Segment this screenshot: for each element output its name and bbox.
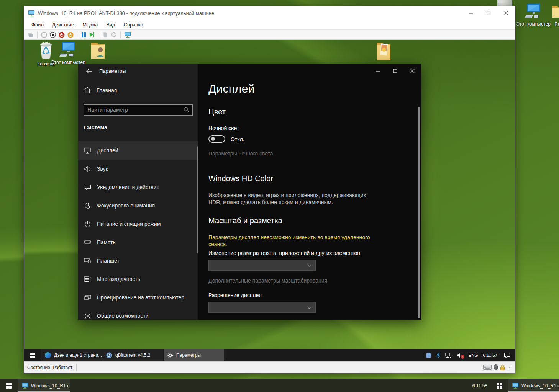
host-clock[interactable]: 6:11:58 — [472, 379, 487, 392]
search-input[interactable] — [87, 107, 184, 113]
action-center-icon[interactable] — [504, 353, 510, 358]
checkpoint-button-icon[interactable] — [102, 32, 108, 38]
bluetooth-icon[interactable] — [436, 353, 440, 358]
toolbar-separator — [98, 31, 98, 38]
guest-clock[interactable]: 6:11:57 — [483, 353, 497, 358]
guest-start-button[interactable] — [24, 349, 41, 361]
night-light-settings-link[interactable]: Параметры ночного света — [208, 150, 273, 157]
host-start-button[interactable] — [0, 379, 18, 392]
task-label: qBittorrent v4.5.2 — [115, 353, 150, 358]
maximize-icon — [393, 69, 397, 73]
language-indicator[interactable]: ENG — [469, 353, 478, 358]
night-light-toggle[interactable] — [208, 135, 225, 143]
qbittorrent-tray-icon[interactable] — [426, 353, 431, 358]
toolbar-separator — [120, 31, 121, 38]
sidebar-item-display[interactable]: Дисплей — [78, 141, 198, 160]
start-vm-button-icon[interactable] — [41, 32, 47, 38]
task-underline — [102, 361, 163, 361]
multitasking-icon — [84, 276, 91, 282]
windows-logo-icon — [497, 383, 502, 389]
taskbar-task-settings[interactable]: Параметры — [164, 349, 224, 361]
volume-muted-icon[interactable]: ✕ — [457, 353, 462, 358]
guest-user-folder-icon[interactable] — [81, 41, 115, 60]
vm-close-button[interactable] — [497, 8, 515, 18]
shared-experiences-icon — [84, 313, 91, 319]
taskbar-task-qbittorrent[interactable]: qBittorrent v4.5.2 — [102, 349, 163, 361]
sidebar-item-power-sleep[interactable]: Питание и спящий режим — [78, 215, 198, 233]
settings-maximize-button[interactable] — [387, 64, 404, 78]
sidebar-item-label: Общие возможности — [97, 313, 149, 319]
resize-grip[interactable] — [507, 365, 512, 370]
remote-session-warning-line2: сеанса. — [208, 241, 227, 248]
menu-file[interactable]: Файл — [27, 21, 48, 29]
sidebar-item-shared-experiences[interactable]: Общие возможности — [78, 307, 198, 320]
sidebar-scrollbar[interactable] — [197, 146, 198, 253]
sidebar-item-tablet[interactable]: Планшет — [78, 252, 198, 270]
pause-vm-button-icon[interactable] — [81, 32, 86, 38]
main-scrollbar[interactable] — [418, 107, 420, 318]
storage-icon — [84, 240, 91, 244]
sidebar-item-storage[interactable]: Память — [78, 233, 198, 252]
sidebar-item-home[interactable]: Главная — [84, 87, 117, 93]
sidebar-item-projecting[interactable]: Проецирование на этот компьютер — [78, 288, 198, 307]
host-start-button-2[interactable] — [490, 379, 508, 392]
sidebar-section-heading: Система — [84, 124, 107, 131]
vm-minimize-button[interactable] — [462, 8, 480, 18]
tablet-icon — [84, 258, 91, 264]
menu-media[interactable]: Медиа — [78, 21, 102, 29]
vm-statusbar: Состояние: Работает — [24, 361, 515, 373]
hyperv-monitor-icon — [21, 382, 28, 389]
vm-titlebar[interactable]: Windows_10_R1 на PROLIANT-DL380 - подклю… — [24, 6, 515, 20]
back-button[interactable] — [82, 67, 95, 75]
task-label: Параметры — [176, 353, 201, 358]
menu-help[interactable]: Справка — [120, 21, 148, 29]
task-label: Windows_10_R1 на P... — [521, 383, 559, 389]
menu-view[interactable]: Вид — [102, 21, 120, 29]
hyperv-monitor-icon — [512, 382, 519, 389]
sidebar-item-label: Планшет — [97, 258, 120, 264]
host-task-vm-connection-2[interactable]: Windows_10_R1 на P... — [508, 379, 559, 392]
task-label: Дзен и еще 1 страни... — [54, 353, 102, 358]
ctrl-alt-del-button-icon[interactable] — [27, 32, 34, 38]
guest-taskbar: Дзен и еще 1 страни... qBittorrent v4.5.… — [24, 349, 515, 361]
sidebar-item-focus-assist[interactable]: Фокусировка внимания — [78, 196, 198, 215]
chevron-down-icon — [307, 306, 311, 309]
mouse-icon — [494, 364, 498, 370]
guest-this-pc-icon[interactable]: Этот компьютер — [51, 41, 85, 65]
advanced-scaling-link[interactable]: Дополнительные параметры масштабирования — [208, 278, 327, 284]
edge-icon — [45, 352, 51, 358]
hyperv-monitor-icon — [28, 10, 35, 16]
host-user-folder-icon[interactable]: Rom — [543, 3, 559, 27]
shutdown-vm-button-icon[interactable] — [59, 32, 65, 38]
save-vm-button-icon[interactable] — [67, 32, 74, 38]
resolution-dropdown[interactable] — [208, 302, 316, 313]
vm-maximize-button[interactable] — [480, 8, 497, 18]
host-task-vm-connection[interactable]: Windows_10_R1 на P... — [18, 379, 70, 392]
menu-action[interactable]: Действие — [48, 21, 78, 29]
moon-icon — [84, 203, 91, 209]
sidebar-item-label: Уведомления и действия — [97, 184, 159, 190]
guest-pictures-folder-icon[interactable] — [366, 40, 401, 61]
turn-off-vm-button-icon[interactable] — [50, 32, 56, 38]
settings-close-button[interactable] — [404, 64, 421, 78]
sidebar-item-label: Проецирование на этот компьютер — [97, 294, 184, 301]
this-pc-icon — [525, 3, 542, 20]
hdr-section-heading: Windows HD Color — [208, 174, 273, 183]
sidebar-item-multitasking[interactable]: Многозадачность — [78, 270, 198, 288]
this-pc-icon — [59, 41, 77, 58]
sidebar-item-sound[interactable]: Звук — [78, 160, 198, 178]
gear-icon — [167, 353, 173, 358]
night-light-label: Ночной свет — [208, 125, 239, 131]
scale-dropdown[interactable] — [208, 260, 316, 271]
reset-vm-button-icon[interactable] — [89, 32, 95, 38]
revert-button-icon[interactable] — [111, 32, 117, 38]
settings-search[interactable] — [84, 104, 193, 116]
sidebar-item-label: Фокусировка внимания — [97, 203, 155, 209]
sidebar-item-notifications[interactable]: Уведомления и действия — [78, 178, 198, 196]
taskbar-task-edge[interactable]: Дзен и еще 1 страни... — [41, 349, 102, 361]
host-recycle-bin-icon[interactable] — [497, 0, 512, 6]
search-icon[interactable] — [184, 107, 189, 113]
enhanced-session-button-icon[interactable] — [124, 31, 131, 38]
network-icon[interactable] — [445, 353, 452, 358]
settings-minimize-button[interactable] — [369, 64, 387, 78]
